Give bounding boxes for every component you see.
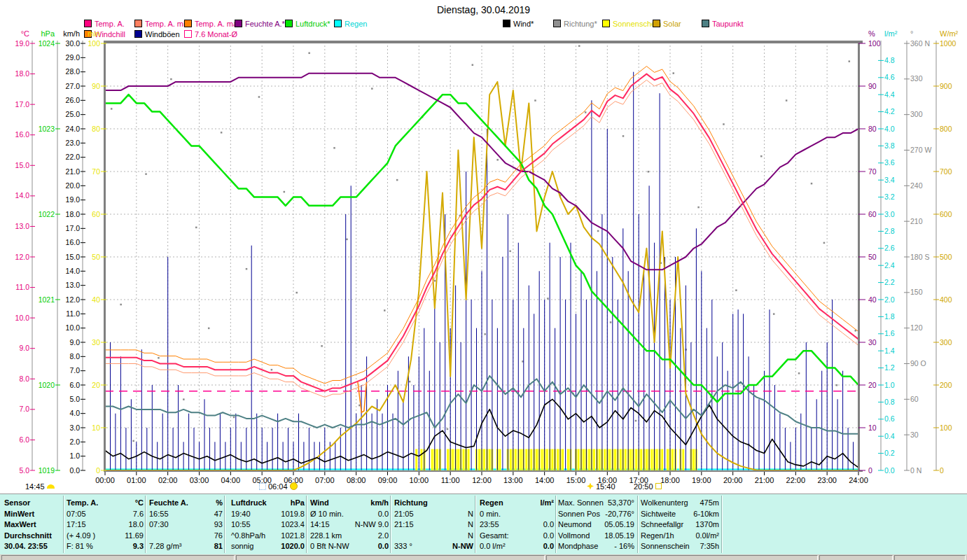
axis-tick-label-celsius: 10.0 (15, 314, 30, 322)
sunset-time-label: 20:50 (634, 482, 653, 491)
table-value: 1020.0 (281, 542, 305, 550)
series-sunshine-bar (525, 449, 527, 471)
table-value: N (468, 510, 473, 518)
table-row: MinWert (4, 508, 60, 519)
table-cell: 21:15 (394, 520, 414, 528)
axis-tick-label-kmh: 30.0 (66, 39, 81, 48)
axis-unit-min: min (88, 29, 100, 38)
stat-value: -20,776° (605, 510, 634, 518)
table-row: LuftdruckhPa (231, 497, 305, 507)
table-cell: 19:40 (231, 510, 251, 518)
table-row: (+ 4.09 )11.69 (67, 530, 144, 540)
axis-tick-label-min: 60 (92, 210, 100, 218)
table-separator (145, 496, 146, 553)
series-sunshine-bar (588, 449, 590, 471)
series-direction-dot (635, 420, 637, 422)
x-axis-label: 19:00 (692, 476, 711, 484)
series-direction-dot (697, 206, 700, 209)
axis-tick-label-lm2: 3.8 (884, 141, 895, 150)
axis-tick-label-kmh: 20.0 (66, 181, 81, 190)
axis-tick-label-min: 0 (96, 466, 100, 475)
series-direction-dot (208, 328, 210, 330)
axis-tick-label-hpa: 1020 (39, 381, 55, 389)
status-bar-segment (1, 555, 235, 560)
table-value: 1023.4 (281, 520, 305, 528)
series-direction-dot (346, 239, 348, 241)
axis-tick-label-pct: 20 (868, 381, 877, 389)
series-sunshine-bar (682, 449, 684, 471)
moonset-icon (259, 483, 266, 490)
series-sunshine-bar (530, 449, 532, 471)
table-row: 333 °N-NW (394, 541, 473, 552)
axis-tick-label-lm2: 1.4 (884, 346, 895, 355)
series-sunshine-bar (557, 449, 559, 471)
axis-tick-label-pct: 60 (868, 210, 877, 218)
axis-tick-label-lm2: 0.0 (884, 466, 895, 475)
table-value: 47 (214, 510, 223, 518)
axis-tick-label-deg: 30 (910, 430, 919, 439)
axis-tick-label-kmh: 19.0 (66, 195, 81, 204)
axis-tick-label-lm2: 2.6 (884, 244, 895, 252)
table-value: 0.0 (378, 510, 389, 518)
series-direction-dot (384, 309, 386, 312)
series-direction-dot (221, 132, 223, 134)
axis-tick-label-lm2: 0.8 (884, 398, 895, 406)
stat-value: 1370m (695, 520, 719, 528)
axis-tick-label-lm2: 4.6 (884, 73, 895, 81)
axis-tick-label-kmh: 0.0 (69, 466, 80, 475)
series-sunshine-bar (625, 449, 627, 471)
axis-tick-label-celsius: 18.0 (15, 69, 30, 78)
series-sunshine-bar (520, 449, 522, 471)
series-sunshine-bar (635, 449, 637, 471)
table-cell: 228.1 km (310, 531, 342, 540)
series-sunshine-bar (693, 449, 695, 471)
series-direction-dot (111, 108, 113, 110)
table-separator (555, 496, 557, 553)
axis-unit-pct: % (868, 29, 875, 38)
series-direction-dot (195, 227, 197, 229)
axis-tick-label-wm2: 500 (940, 253, 952, 261)
x-axis-label: 03:00 (190, 476, 209, 484)
axis-tick-label-kmh: 15.0 (66, 253, 81, 261)
table-row: Windkm/h (310, 497, 389, 507)
axis-tick-label-hpa: 1022 (39, 210, 55, 218)
series-sunshine-bar (646, 449, 648, 471)
section-unit: °C (135, 498, 144, 507)
axis-tick-label-min: 70 (92, 167, 100, 176)
axis-tick-label-lm2: 1.0 (884, 381, 895, 389)
series-sunshine-bar (629, 449, 632, 471)
table-cell: 17:15 (67, 520, 86, 528)
table-value: 7.6 (133, 510, 144, 518)
table-value: 76 (214, 531, 223, 540)
series-direction-dot (183, 398, 185, 400)
axis-tick-label-kmh: 7.0 (69, 366, 80, 374)
series-direction-dot (321, 345, 323, 347)
table-row: Regenl/m² (480, 497, 554, 507)
table-row: 23:550.0 (480, 519, 554, 530)
series-direction-dot (308, 52, 310, 55)
axis-tick-label-lm2: 4.2 (884, 107, 895, 115)
axis-tick-label-kmh: 13.0 (66, 281, 81, 289)
series-direction-dot (333, 147, 335, 149)
axis-tick-label-min: 50 (92, 253, 100, 261)
axis-tick-label-kmh: 23.0 (66, 139, 81, 147)
stat-value: 6-10km (693, 510, 719, 518)
table-value: N-NW (452, 542, 473, 550)
x-axis-label: 08:00 (347, 476, 366, 484)
sunset-icon (655, 483, 662, 489)
axis-tick-label-wm2: 400 (940, 295, 952, 304)
stat-label: Mondphase (558, 542, 599, 550)
axis-tick-label-kmh: 22.0 (66, 153, 81, 161)
x-axis-label: 20:00 (723, 476, 743, 484)
series-direction-dot (534, 99, 536, 102)
table-row: Temp. A.°C (67, 497, 144, 507)
plot-border-top (104, 41, 863, 43)
x-axis-label: 09:00 (378, 476, 398, 484)
stat-label: Schneefallgr (641, 520, 683, 528)
series-sunshine-bar (651, 449, 653, 471)
series-direction-dot (811, 183, 813, 185)
stat-value: 475m (700, 498, 719, 507)
axis-tick-label-kmh: 5.0 (69, 395, 80, 403)
axis-tick-label-deg: 90 O (910, 359, 926, 368)
table-row: ^0.8hPa/h1021.8 (231, 530, 305, 540)
